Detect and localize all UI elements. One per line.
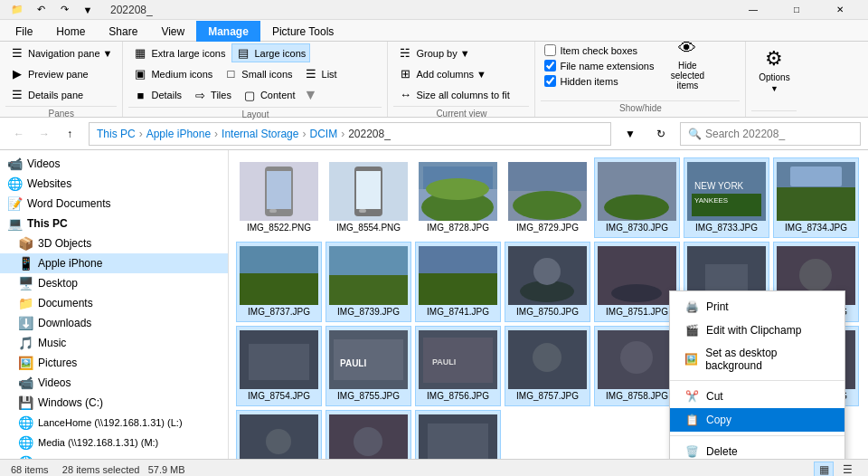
file-item-img8756[interactable]: PAULI IMG_8756.JPG — [415, 326, 501, 406]
preview-pane-btn[interactable]: ▶ Preview pane — [5, 64, 117, 83]
tab-view[interactable]: View — [149, 21, 196, 42]
hide-selected-items-btn[interactable]: 👁 Hide selected items — [665, 43, 710, 84]
refresh-btn[interactable]: ↻ — [649, 122, 673, 146]
hide-icon: 👁 — [678, 38, 696, 59]
size-all-columns-btn[interactable]: ↔ Size all columns to fit — [393, 85, 529, 104]
extra-large-icons-btn[interactable]: ▦ Extra large icons — [128, 43, 230, 62]
sidebar-item-this-pc[interactable]: 💻 This PC — [0, 214, 228, 233]
file-item-img8737[interactable]: IMG_8737.JPG — [236, 242, 322, 322]
navigation-pane-btn[interactable]: ☰ Navigation pane ▼ — [5, 43, 117, 62]
tab-file[interactable]: File — [4, 21, 44, 42]
file-item-img8730[interactable]: IMG_8730.JPG — [594, 157, 680, 238]
content-btn[interactable]: ▢ Content — [238, 85, 300, 105]
options-label — [751, 110, 797, 115]
ctx-copy[interactable]: 📋 Copy — [670, 408, 844, 432]
add-columns-btn[interactable]: ⊞ Add columns ▼ — [393, 64, 529, 83]
file-item-img8741[interactable]: IMG_8741.JPG — [415, 242, 501, 322]
small-icons-btn[interactable]: □ Small icons — [219, 64, 297, 83]
file-item-img8755[interactable]: PAULI IMG_8755.JPG — [326, 326, 411, 406]
maximize-btn[interactable]: □ — [776, 0, 817, 20]
bc-apple-iphone[interactable]: Apple iPhone — [146, 128, 211, 140]
file-item-img8522[interactable]: IMG_8522.PNG — [236, 157, 322, 238]
sidebar-item-desktop[interactable]: 🖥️ Desktop — [0, 273, 228, 293]
forward-btn[interactable]: → — [33, 122, 56, 146]
bc-internal-storage[interactable]: Internal Storage — [222, 128, 298, 140]
layout-expand[interactable]: ▼ — [301, 85, 319, 105]
tab-picture-tools[interactable]: Picture Tools — [260, 21, 345, 42]
svg-rect-2 — [267, 171, 291, 209]
sidebar-item-videos[interactable]: 📹 Videos — [0, 154, 228, 174]
print-icon: 🖨️ — [684, 300, 699, 314]
dropdown-btn[interactable]: ▼ — [618, 122, 642, 146]
back-btn[interactable]: ← — [7, 122, 31, 146]
file-item-img8763[interactable]: IMG_8763.JPG — [415, 410, 501, 459]
tab-manage[interactable]: Manage — [196, 21, 260, 42]
ctx-set-desktop[interactable]: 🖼️ Set as desktop background — [670, 342, 844, 376]
sidebar-item-videos2[interactable]: 📹 Videos — [0, 373, 228, 393]
ctx-cut[interactable]: ✂️ Cut — [670, 385, 844, 408]
hidden-items-input[interactable] — [544, 75, 556, 87]
thumb-img8522 — [240, 162, 318, 221]
options-btn[interactable]: ⚙ Options ▼ — [751, 43, 797, 97]
hidden-items-check[interactable]: Hidden items — [541, 74, 657, 88]
tab-share[interactable]: Share — [97, 21, 149, 42]
sidebar-item-3d-objects[interactable]: 📦 3D Objects — [0, 233, 228, 253]
ctx-delete[interactable]: 🗑️ Delete — [670, 440, 844, 459]
sidebar-item-documents[interactable]: 📁 Documents — [0, 293, 228, 313]
file-item-img8750[interactable]: IMG_8750.JPG — [505, 242, 590, 322]
customize-qa[interactable]: ▼ — [78, 0, 98, 20]
sidebar-item-media[interactable]: 🌐 Media (\\192.168.1.31) (M:) — [0, 433, 228, 452]
details-btn[interactable]: ■ Details — [128, 85, 186, 105]
file-item-img8729[interactable]: IMG_8729.JPG — [505, 157, 590, 238]
bc-dcim[interactable]: DCIM — [309, 128, 337, 140]
file-item-img8762[interactable]: IMG_8762.JPG — [326, 410, 411, 459]
file-item-img8751[interactable]: IMG_8751.JPG — [594, 242, 680, 322]
breadcrumb[interactable]: This PC › Apple iPhone › Internal Storag… — [89, 122, 611, 146]
sidebar-item-websites[interactable]: 🌐 Websites — [0, 174, 228, 194]
file-item-img8758[interactable]: IMG_8758.JPG — [594, 326, 680, 406]
ctx-print[interactable]: 🖨️ Print — [670, 295, 844, 319]
sidebar-item-downloads[interactable]: ⬇️ Downloads — [0, 313, 228, 333]
ctx-edit-clipchamp[interactable]: 🎬 Edit with Clipchamp — [670, 319, 844, 342]
file-item-img8734[interactable]: IMG_8734.JPG — [773, 157, 859, 238]
bc-this-pc[interactable]: This PC — [97, 128, 136, 140]
file-item-img8754[interactable]: IMG_8754.JPG — [236, 326, 322, 406]
list-btn[interactable]: ☰ List — [299, 64, 342, 83]
search-box[interactable]: 🔍 — [680, 122, 861, 146]
file-name-extensions-check[interactable]: File name extensions — [541, 59, 657, 72]
group-by-btn[interactable]: ☵ Group by ▼ — [393, 43, 529, 62]
sidebar-item-word-documents[interactable]: 📝 Word Documents — [0, 194, 228, 214]
medium-icons-btn[interactable]: ▣ Medium icons — [128, 64, 217, 83]
context-menu: 🖨️ Print 🎬 Edit with Clipchamp 🖼️ Set as… — [669, 290, 845, 459]
search-input[interactable] — [705, 128, 853, 140]
minimize-btn[interactable]: — — [732, 0, 774, 20]
file-item-img8761[interactable]: IMG_8761.JPG — [236, 410, 322, 459]
sidebar-item-lancehome[interactable]: 🌐 LanceHome (\\192.168.1.31) (L:) — [0, 413, 228, 433]
large-icons-btn[interactable]: ▤ Large icons — [231, 43, 310, 62]
sidebar-item-pictures[interactable]: 🖼️ Pictures — [0, 353, 228, 373]
item-check-boxes-check[interactable]: Item check boxes — [541, 43, 657, 57]
details-pane-btn[interactable]: ☰ Details pane — [5, 85, 117, 104]
sidebar-item-apple-iphone[interactable]: 📱 Apple iPhone — [0, 253, 228, 273]
undo-btn[interactable]: ↶ — [31, 0, 51, 20]
up-btn[interactable]: ↑ — [58, 122, 81, 146]
sidebar-item-windows[interactable]: 💾 Windows (C:) — [0, 393, 228, 413]
file-name-extensions-input[interactable] — [544, 60, 556, 71]
file-item-img8728[interactable]: IMG_8728.JPG — [415, 157, 501, 238]
svg-point-59 — [354, 427, 382, 456]
file-item-img8554[interactable]: IMG_8554.PNG — [326, 157, 411, 238]
sidebar-item-programs[interactable]: 🌐 Programs (\\192.168.1.31) (P:) — [0, 452, 228, 459]
tiles-btn[interactable]: ⇨ Tiles — [188, 85, 236, 105]
file-item-img8757[interactable]: IMG_8757.JPG — [505, 326, 590, 406]
file-item-img8733[interactable]: NEW YORKYANKEES IMG_8733.JPG — [684, 157, 769, 238]
close-btn[interactable]: ✕ — [819, 0, 861, 20]
quick-access-menu[interactable]: 📁 — [7, 0, 27, 20]
sidebar-item-music[interactable]: 🎵 Music — [0, 333, 228, 353]
item-check-boxes-input[interactable] — [544, 44, 556, 56]
tab-home[interactable]: Home — [44, 21, 97, 42]
file-name-img8754: IMG_8754.JPG — [248, 391, 310, 402]
details-view-btn[interactable]: ☰ — [837, 462, 857, 477]
file-item-img8739[interactable]: IMG_8739.JPG — [326, 242, 411, 322]
redo-btn[interactable]: ↷ — [54, 0, 74, 20]
large-view-btn[interactable]: ▦ — [814, 462, 834, 477]
